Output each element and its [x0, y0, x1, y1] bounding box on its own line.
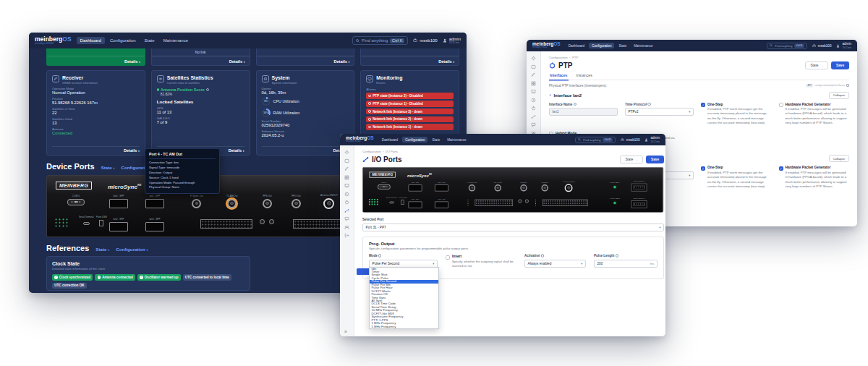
- logout-icon[interactable]: [344, 233, 349, 238]
- round-connector[interactable]: [518, 200, 522, 203]
- nav-maintenance[interactable]: Maintenance: [631, 43, 655, 48]
- nav-state[interactable]: State: [616, 43, 629, 48]
- front-usb-port[interactable]: [401, 200, 404, 205]
- nav-configuration[interactable]: Configuration: [589, 43, 614, 48]
- receiver-icon[interactable]: [531, 64, 536, 69]
- round-connector[interactable]: [525, 200, 529, 203]
- alarm-badge[interactable]: PTP state (Instance 2) - Disabled: [366, 93, 454, 99]
- hardware-packet-generator-checkbox[interactable]: [779, 103, 783, 107]
- ppo-out-bnc-port[interactable]: [541, 184, 548, 191]
- info-icon[interactable]: [616, 254, 618, 257]
- collapse-button[interactable]: Collapse: [829, 155, 849, 162]
- host-indicator[interactable]: mssb100: [621, 138, 640, 142]
- info-icon[interactable]: [647, 103, 650, 106]
- gear-icon[interactable]: [531, 56, 536, 61]
- nav-configuration[interactable]: Configuration: [106, 37, 140, 44]
- power-icon[interactable]: [531, 106, 536, 111]
- alarm-badge[interactable]: Network link (Instance 3) - down: [366, 108, 454, 115]
- sidebar-expand-button[interactable]: »: [344, 329, 347, 334]
- pulse-length-input[interactable]: 200ms: [594, 260, 658, 268]
- antenna-bnc-port[interactable]: [565, 184, 573, 192]
- nav-maintenance[interactable]: Maintenance: [444, 137, 469, 142]
- meinberg-logo[interactable]: meinbergOS microSync RX202: [346, 136, 374, 143]
- tc-am-out-bnc-port-selected[interactable]: [227, 199, 237, 208]
- meinberg-logo[interactable]: meinbergOS microSync RX202: [35, 36, 72, 46]
- com-port[interactable]: [378, 184, 391, 190]
- com-port[interactable]: [67, 199, 85, 205]
- serial-terminal-port[interactable]: [389, 201, 394, 203]
- state-button[interactable]: State→: [805, 61, 828, 69]
- details-link[interactable]: Details ›: [262, 146, 349, 153]
- api-path[interactable]: APIconfiguration/ptp/interfaces: [806, 84, 849, 88]
- pps-out-bnc-port[interactable]: [263, 199, 272, 208]
- summary-card-clock[interactable]: Details ›: [46, 48, 145, 66]
- alarm-badge[interactable]: Network link (Instance 2) - down: [366, 116, 454, 123]
- copy-icon[interactable]: [846, 84, 849, 87]
- terminal-block-port[interactable]: [200, 219, 252, 229]
- nav-state[interactable]: State: [141, 37, 158, 44]
- display-icon[interactable]: [344, 183, 349, 188]
- display-icon[interactable]: [531, 89, 536, 94]
- save-button[interactable]: Save: [831, 61, 849, 69]
- search-input[interactable]: Find anything Ctrl K: [767, 43, 807, 49]
- nav-dashboard[interactable]: Dashboard: [379, 137, 401, 142]
- grid-icon[interactable]: [344, 175, 349, 180]
- time-protocol-select[interactable]: PTPv2▾: [625, 108, 694, 116]
- breadcrumb[interactable]: Configuration›I/O Ports: [362, 150, 664, 153]
- info-icon[interactable]: [206, 88, 209, 91]
- power-icon[interactable]: [344, 200, 349, 205]
- breadcrumb[interactable]: Configuration›PTP: [549, 56, 849, 59]
- round-connector[interactable]: [269, 219, 274, 224]
- save-button[interactable]: Save: [646, 156, 664, 163]
- hardware-packet-generator-checkbox[interactable]: ✓: [779, 166, 783, 171]
- tab-instances[interactable]: Instances: [576, 73, 593, 80]
- round-connector[interactable]: [260, 219, 265, 224]
- lan3-sfp-port[interactable]: [435, 201, 448, 208]
- invert-checkbox[interactable]: [446, 255, 450, 260]
- tab-interfaces[interactable]: Interfaces: [549, 73, 569, 80]
- collapse-button[interactable]: Collapse: [829, 92, 849, 99]
- state-button[interactable]: State→: [620, 156, 643, 163]
- host-indicator[interactable]: mssb100: [812, 44, 832, 48]
- receiver-icon[interactable]: [344, 158, 349, 163]
- lan2-sfp-port[interactable]: [109, 222, 128, 231]
- selected-port-select[interactable]: Port 31 - PP7 ▾: [362, 224, 664, 231]
- chevron-down-icon[interactable]: ∨: [549, 93, 551, 97]
- meinberg-logo[interactable]: meinbergOS microSync RX202: [532, 42, 561, 49]
- alarm-badge[interactable]: Network link (Instance 1) - down: [366, 124, 454, 130]
- clock-icon[interactable]: [531, 98, 536, 103]
- io-ports-icon[interactable]: [344, 208, 349, 213]
- io-ports-icon[interactable]: [531, 114, 536, 119]
- info-icon[interactable]: [378, 254, 381, 257]
- users-icon[interactable]: [344, 225, 349, 230]
- info-icon[interactable]: [574, 103, 576, 106]
- clock-icon[interactable]: [344, 192, 349, 197]
- ppo-out-bnc-port[interactable]: [292, 199, 301, 208]
- alarm-badge[interactable]: PTP state (Instance 1) - Disabled: [366, 101, 454, 107]
- references-state-link[interactable]: State ›: [95, 247, 109, 252]
- device-ports-state-link[interactable]: State ›: [101, 165, 115, 170]
- summary-card-4[interactable]: Details ›: [360, 48, 459, 66]
- references-configuration-link[interactable]: Configuration ›: [116, 247, 148, 252]
- summary-card-3[interactable]: Details ›: [256, 48, 355, 66]
- host-indicator[interactable]: mssb100: [413, 38, 437, 43]
- lan3-sfp-port[interactable]: [145, 222, 164, 231]
- antenna-bnc-port[interactable]: [323, 198, 334, 209]
- activation-select[interactable]: Always enabled▾: [524, 260, 586, 268]
- antenna-icon[interactable]: [531, 72, 536, 77]
- user-menu[interactable]: admin 19:12 min: [836, 42, 851, 49]
- tc-am-out-bnc-port[interactable]: [495, 184, 501, 191]
- chat-icon[interactable]: [344, 216, 349, 221]
- front-usb-port[interactable]: [99, 220, 103, 226]
- terminal-block-port[interactable]: [542, 200, 588, 206]
- lan0-sfp-port[interactable]: [109, 199, 128, 208]
- gear-icon[interactable]: [344, 150, 349, 155]
- lan1-sfp-port[interactable]: [145, 199, 164, 208]
- dropdown-option[interactable]: 5 MHz Frequency: [370, 325, 438, 328]
- lan2-sfp-port[interactable]: [409, 201, 422, 208]
- lan0-sfp-port[interactable]: [409, 184, 422, 191]
- terminal-block-port[interactable]: [475, 200, 513, 206]
- antenna-icon[interactable]: [344, 166, 349, 171]
- info-icon[interactable]: [541, 254, 544, 257]
- user-menu[interactable]: admin 19:12 min: [443, 37, 461, 45]
